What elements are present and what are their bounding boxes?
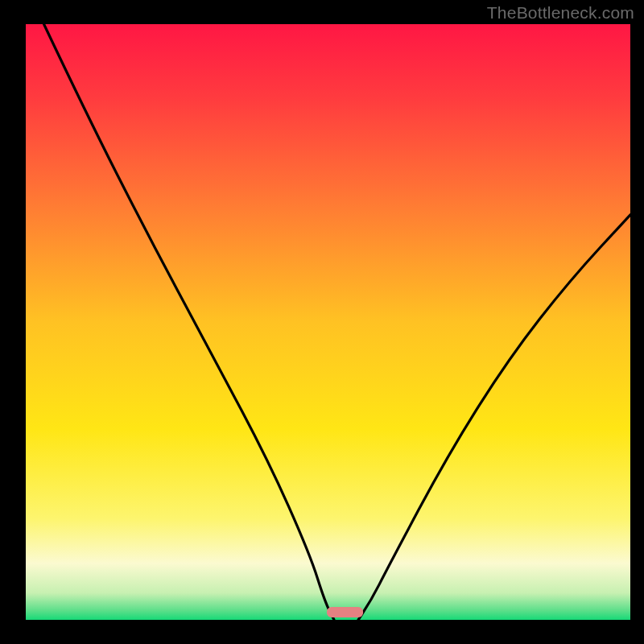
- watermark-text: TheBottleneck.com: [487, 3, 634, 23]
- plot-background: [26, 24, 630, 620]
- sweet-spot-marker: [327, 607, 363, 617]
- bottleneck-chart-svg: [0, 0, 644, 644]
- chart-frame: TheBottleneck.com: [0, 0, 644, 644]
